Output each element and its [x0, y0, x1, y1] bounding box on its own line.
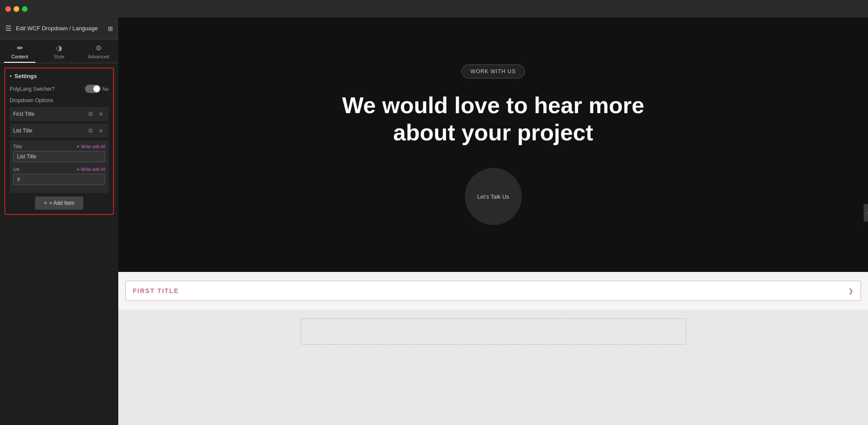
tab-content-label: Content — [11, 54, 28, 59]
sidebar-title: Edit WCF Dropdown / Language — [16, 25, 103, 32]
sidebar: ☰ Edit WCF Dropdown / Language ⊞ ✏ Conte… — [0, 18, 118, 425]
url-label-row: Url ✦ Write with AI — [13, 167, 105, 172]
section-header[interactable]: ▾ Settings — [10, 73, 109, 79]
tab-style-label: Style — [54, 54, 64, 59]
sidebar-header: ☰ Edit WCF Dropdown / Language ⊞ — [0, 18, 118, 39]
hero-section: WORK WITH US We would love to hear morea… — [118, 18, 868, 272]
delete-item-button[interactable]: ✕ — [97, 127, 105, 135]
copy-item-button[interactable]: ⧉ — [87, 126, 94, 135]
list-item: List Title ⧉ ✕ — [10, 124, 109, 138]
list-item: First Title ⧉ ✕ — [10, 107, 109, 121]
title-label-row: Title ✦ Write with AI — [13, 144, 105, 149]
dropdown-chevron-icon: ❯ — [848, 287, 854, 294]
list-item-text: First Title — [13, 111, 84, 117]
delete-item-button[interactable]: ✕ — [97, 110, 105, 118]
grid-icon[interactable]: ⊞ — [108, 25, 113, 32]
settings-section: ▾ Settings PolyLang Swicher? No Dropdown… — [4, 68, 114, 215]
hero-title: We would love to hear moreabout your pro… — [342, 92, 645, 146]
style-icon: ◑ — [56, 44, 62, 52]
pencil-icon: ✏ — [17, 44, 23, 52]
copy-item-button[interactable]: ⧉ — [87, 110, 94, 118]
section-chevron-icon: ▾ — [10, 74, 12, 79]
lets-talk-button[interactable]: Let's Talk Us — [465, 168, 522, 225]
polylang-row: PolyLang Swicher? No — [10, 85, 109, 93]
tab-advanced[interactable]: ⚙ Advanced — [79, 39, 118, 63]
title-field-label: Title — [13, 144, 22, 149]
traffic-lights — [5, 6, 28, 12]
work-with-us-badge: WORK WITH US — [461, 64, 525, 79]
sidebar-content: ▾ Settings PolyLang Swicher? No Dropdown… — [0, 63, 118, 425]
tab-advanced-label: Advanced — [88, 54, 110, 59]
url-field-label: Url — [13, 167, 19, 172]
expanded-item: Title ✦ Write with AI Url — [10, 140, 109, 193]
ai-icon: ✦ — [76, 167, 80, 172]
title-form-row: Title ✦ Write with AI — [13, 144, 105, 162]
title-input[interactable] — [13, 151, 105, 162]
write-ai-url-button[interactable]: ✦ Write with AI — [76, 167, 105, 172]
toggle-wrapper: No — [85, 85, 109, 93]
collapse-handle[interactable]: ‹ — [864, 204, 868, 221]
ai-icon: ✦ — [76, 144, 80, 149]
maximize-button[interactable] — [22, 6, 28, 12]
section-title: Settings — [14, 73, 37, 79]
polylang-toggle[interactable] — [85, 85, 101, 93]
url-input[interactable] — [13, 174, 105, 185]
dropdown-options-label: Dropdown Options — [10, 97, 109, 104]
app-layout: ☰ Edit WCF Dropdown / Language ⊞ ✏ Conte… — [0, 18, 868, 425]
list-item-text: List Title — [13, 128, 84, 134]
plus-icon: + — [44, 200, 47, 206]
tab-content[interactable]: ✏ Content — [0, 39, 39, 63]
add-item-label: + Add Item — [49, 200, 74, 206]
tab-style[interactable]: ◑ Style — [39, 39, 79, 63]
dropdown-bar-text: FIRST TITLE — [133, 287, 845, 294]
close-button[interactable] — [5, 6, 11, 12]
hamburger-icon[interactable]: ☰ — [5, 24, 11, 32]
toggle-knob — [93, 86, 100, 92]
tabs-row: ✏ Content ◑ Style ⚙ Advanced — [0, 39, 118, 63]
add-item-button[interactable]: + + Add Item — [35, 196, 83, 210]
dashed-placeholder-box — [301, 318, 686, 345]
dropdown-bar[interactable]: FIRST TITLE ❯ — [125, 281, 861, 301]
url-form-row: Url ✦ Write with AI — [13, 167, 105, 185]
write-ai-title-button[interactable]: ✦ Write with AI — [76, 144, 105, 149]
dropdown-bar-section: FIRST TITLE ❯ — [118, 272, 868, 310]
lower-section — [118, 310, 868, 425]
title-bar — [0, 0, 868, 18]
minimize-button[interactable] — [14, 6, 19, 12]
toggle-no-label: No — [103, 86, 109, 92]
gear-icon: ⚙ — [96, 44, 102, 52]
polylang-label: PolyLang Swicher? — [10, 86, 55, 92]
main-canvas: WORK WITH US We would love to hear morea… — [118, 18, 868, 425]
